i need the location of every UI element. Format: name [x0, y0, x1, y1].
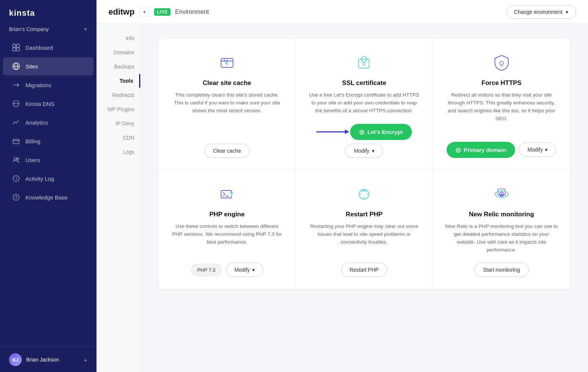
sidebar-item-label: Users	[25, 157, 40, 163]
tool-description: Redirect all visitors so that they visit…	[445, 91, 558, 133]
analytics-icon	[12, 118, 20, 126]
logo-area: kinsta	[0, 0, 97, 24]
lets-encrypt-button[interactable]: ◎ Let's Encrypt	[350, 124, 411, 140]
tool-title: Clear site cache	[203, 79, 251, 87]
php-engine-icon	[217, 184, 238, 205]
clear-cache-button[interactable]: Clear cache	[204, 144, 249, 158]
sidebar-item-kinsta-dns[interactable]: Kinsta DNS	[3, 95, 94, 113]
site-name-dropdown[interactable]: ▾	[139, 7, 150, 17]
sidebar-item-sites[interactable]: Sites	[3, 57, 94, 75]
tool-card-new-relic: New Relic monitoring New Relic is a PHP …	[433, 170, 570, 289]
tool-actions: Clear cache	[204, 144, 249, 158]
sub-nav: Info Domains Backups Tools Redirects WP …	[97, 24, 141, 372]
sidebar-item-label: Migrations	[25, 82, 51, 88]
user-profile[interactable]: BJ Brian Jackson ▲	[0, 347, 97, 372]
sub-nav-info[interactable]: Info	[97, 31, 140, 45]
sidebar-item-billing[interactable]: Billing	[3, 132, 94, 150]
ssl-icon	[353, 52, 374, 73]
tool-description: Use these controls to switch between dif…	[171, 223, 284, 254]
php-modify-button[interactable]: Modify ▾	[226, 263, 263, 277]
header: editwp ▾ LIVE Environment Change environ…	[97, 0, 588, 24]
svg-rect-1	[16, 44, 19, 47]
svg-point-9	[14, 158, 17, 160]
tool-card-clear-cache: Clear site cache This completely clears …	[159, 39, 296, 170]
sidebar-item-label: Dashboard	[25, 45, 53, 51]
sidebar-item-dashboard[interactable]: Dashboard	[3, 39, 94, 57]
tool-description: New Relic is a PHP monitoring tool you c…	[445, 223, 558, 254]
tool-description: Use a free Let's Encrypt certificate to …	[308, 91, 421, 115]
tool-title: Force HTTPS	[481, 79, 521, 87]
circle-check-icon: ◎	[456, 146, 461, 153]
tool-card-ssl: SSL certificate Use a free Let's Encrypt…	[296, 39, 433, 170]
change-environment-button[interactable]: Change environment ▾	[506, 5, 576, 19]
clear-cache-icon	[217, 52, 238, 73]
sidebar-item-activity-log[interactable]: Activity Log	[3, 170, 94, 187]
tools-grid: Clear site cache This completely clears …	[159, 39, 570, 289]
sidebar-item-migrations[interactable]: Migrations	[3, 76, 94, 94]
sites-icon	[12, 62, 20, 70]
sidebar: kinsta Brian's Company ▼ Dashboard	[0, 0, 97, 372]
sub-nav-logs[interactable]: Logs	[97, 145, 140, 159]
sidebar-item-label: Billing	[25, 138, 40, 144]
sidebar-item-analytics[interactable]: Analytics	[3, 113, 94, 131]
sidebar-item-label: Knowledge Base	[25, 194, 68, 201]
tool-card-force-https: Force HTTPS Redirect all visitors so tha…	[433, 39, 570, 170]
main-content: editwp ▾ LIVE Environment Change environ…	[97, 0, 588, 372]
tool-title: New Relic monitoring	[469, 211, 534, 218]
ssl-modify-button[interactable]: Modify ▾	[345, 144, 383, 158]
avatar: BJ	[9, 353, 22, 366]
sub-nav-wp-plugins[interactable]: WP Plugins	[97, 103, 140, 116]
users-icon	[12, 156, 20, 164]
sub-nav-domains[interactable]: Domains	[97, 46, 140, 59]
sidebar-item-users[interactable]: Users	[3, 151, 94, 169]
knowledge-icon: ?	[12, 193, 20, 201]
circle-check-icon: ◎	[359, 128, 364, 135]
svg-rect-18	[359, 59, 369, 68]
tool-actions: ◎ Let's Encrypt Modify ▾	[308, 124, 421, 158]
svg-point-20	[363, 62, 365, 65]
change-env-label: Change environment	[514, 9, 563, 15]
sub-nav-tools[interactable]: Tools	[97, 74, 140, 88]
primary-domain-button[interactable]: ◎ Primary domain	[447, 142, 515, 158]
sub-nav-backups[interactable]: Backups	[97, 60, 140, 73]
grid-icon	[12, 43, 20, 52]
live-badge: LIVE	[154, 8, 171, 16]
sub-nav-cdn[interactable]: CDN	[97, 131, 140, 144]
site-name: editwp	[108, 7, 135, 17]
company-selector[interactable]: Brian's Company ▼	[0, 24, 97, 38]
chevron-down-icon: ▾	[143, 9, 146, 15]
restart-php-button[interactable]: Restart PHP	[341, 263, 388, 277]
sidebar-item-label: Analytics	[25, 119, 48, 126]
sidebar-item-knowledge-base[interactable]: ? Knowledge Base	[3, 188, 94, 206]
chevron-down-icon: ▾	[252, 267, 255, 273]
tool-card-restart-php: Restart PHP Restarting your PHP engine m…	[296, 170, 433, 289]
arrow-annotation	[316, 131, 346, 132]
svg-point-22	[500, 61, 503, 65]
sub-nav-ip-deny[interactable]: IP Deny	[97, 117, 140, 130]
chevron-down-icon: ▾	[566, 9, 568, 15]
start-monitoring-button[interactable]: Start monitoring	[474, 263, 529, 277]
content-area: Info Domains Backups Tools Redirects WP …	[97, 24, 588, 372]
dns-icon	[12, 100, 20, 108]
tool-card-php-engine: PHP engine Use these controls to switch …	[159, 170, 296, 289]
logo: kinsta	[9, 8, 35, 18]
svg-rect-0	[13, 44, 16, 47]
svg-text:?: ?	[15, 195, 18, 199]
tool-title: Restart PHP	[346, 211, 382, 218]
sub-nav-redirects[interactable]: Redirects	[97, 88, 140, 102]
tool-description: This completely clears this site's store…	[171, 91, 284, 135]
header-left: editwp ▾ LIVE Environment	[108, 7, 209, 17]
chevron-down-icon: ▾	[545, 147, 548, 153]
sidebar-nav: Dashboard Sites Migrations	[0, 38, 97, 347]
svg-rect-7	[13, 139, 19, 144]
svg-rect-2	[13, 48, 16, 51]
svg-rect-3	[16, 48, 19, 51]
https-modify-button[interactable]: Modify ▾	[519, 143, 556, 157]
tool-actions: ◎ Primary domain Modify ▾	[447, 142, 557, 158]
php-version-badge: PHP 7.3	[191, 263, 222, 277]
arrow-line	[316, 131, 346, 132]
new-relic-icon	[491, 184, 512, 205]
environment-label: Environment	[175, 9, 209, 15]
migrations-icon	[12, 81, 20, 89]
force-https-icon	[491, 52, 512, 73]
